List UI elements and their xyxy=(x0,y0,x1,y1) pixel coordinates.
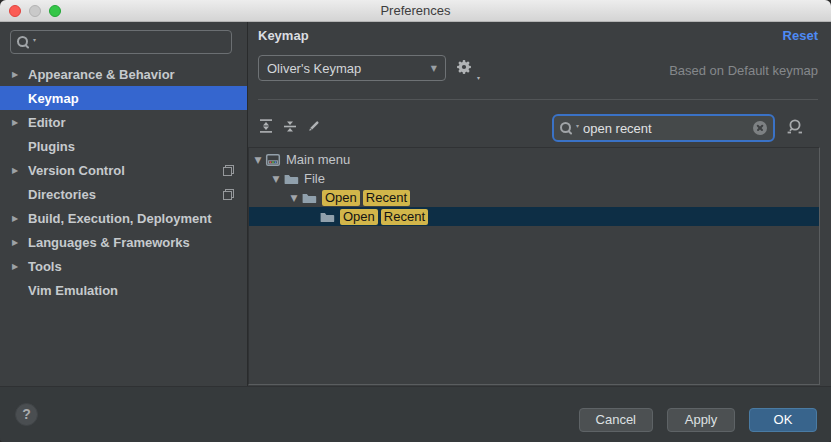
keymap-search-box[interactable]: ▾ xyxy=(552,114,775,142)
keymap-scheme-select[interactable]: Oliver's Keymap ▼ xyxy=(258,55,446,81)
titlebar: Preferences xyxy=(0,0,831,22)
keymap-page: Keymap Reset Oliver's Keymap ▼ xyxy=(248,22,831,386)
search-match-highlight: Open xyxy=(322,190,360,206)
tree-row-open-recent-selected[interactable]: ▼ Open Recent xyxy=(249,207,819,226)
preferences-window: Preferences ▾ ▶ Appearance & Behavior Ke… xyxy=(0,0,831,442)
expand-all-button[interactable] xyxy=(258,118,274,134)
folder-icon xyxy=(301,190,317,206)
find-by-shortcut-button[interactable] xyxy=(785,117,805,137)
sidebar-item-appearance-behavior[interactable]: ▶ Appearance & Behavior xyxy=(0,62,247,86)
search-options-caret-icon: ▾ xyxy=(576,122,579,129)
ok-button[interactable]: OK xyxy=(749,408,817,432)
header-separator xyxy=(258,99,818,100)
chevron-right-icon: ▶ xyxy=(12,214,28,223)
based-on-label: Based on Default keymap xyxy=(669,63,818,78)
main-menu-icon xyxy=(265,152,281,168)
chevron-right-icon: ▶ xyxy=(12,118,28,127)
sidebar-item-plugins[interactable]: Plugins xyxy=(0,134,247,158)
gear-icon xyxy=(455,58,473,76)
sidebar-item-label: Appearance & Behavior xyxy=(28,67,175,82)
settings-search-input[interactable] xyxy=(40,35,225,50)
per-project-settings-icon xyxy=(223,189,234,200)
cancel-button[interactable]: Cancel xyxy=(579,408,653,432)
settings-sidebar: ▾ ▶ Appearance & Behavior Keymap ▶ Edito… xyxy=(0,22,248,386)
edit-shortcut-button[interactable] xyxy=(306,118,322,134)
tree-row-main-menu[interactable]: ▼ Main menu xyxy=(249,150,819,169)
search-options-caret-icon: ▾ xyxy=(33,36,36,43)
apply-button[interactable]: Apply xyxy=(667,408,735,432)
sidebar-item-tools[interactable]: ▶ Tools xyxy=(0,254,247,278)
minimize-window-button[interactable] xyxy=(29,5,41,17)
per-project-settings-icon xyxy=(223,165,234,176)
settings-search-box[interactable]: ▾ xyxy=(10,30,232,54)
sidebar-item-label: Tools xyxy=(28,259,62,274)
sidebar-item-editor[interactable]: ▶ Editor xyxy=(0,110,247,134)
page-title: Keymap xyxy=(258,28,309,43)
close-window-button[interactable] xyxy=(9,5,21,17)
tree-expanded-icon[interactable]: ▼ xyxy=(251,155,265,165)
zoom-window-button[interactable] xyxy=(49,5,61,17)
search-icon xyxy=(17,35,32,49)
tree-node-label: File xyxy=(304,171,325,186)
dialog-content: ▾ ▶ Appearance & Behavior Keymap ▶ Edito… xyxy=(0,22,831,386)
clear-search-icon[interactable] xyxy=(753,121,767,135)
chevron-right-icon: ▶ xyxy=(12,70,28,79)
help-button[interactable]: ? xyxy=(15,403,38,426)
search-match-highlight: Recent xyxy=(381,209,428,225)
chevron-right-icon: ▶ xyxy=(12,238,28,247)
sidebar-item-label: Build, Execution, Deployment xyxy=(28,211,211,226)
folder-icon xyxy=(283,171,299,187)
window-title: Preferences xyxy=(0,0,831,21)
search-icon xyxy=(560,121,575,135)
settings-category-list: ▶ Appearance & Behavior Keymap ▶ Editor … xyxy=(0,62,247,302)
folder-icon xyxy=(319,209,335,225)
sidebar-item-label: Version Control xyxy=(28,163,125,178)
chevron-down-icon: ▼ xyxy=(431,64,437,73)
dialog-buttons: Cancel Apply OK xyxy=(579,408,817,432)
sidebar-item-label: Plugins xyxy=(28,139,75,154)
chevron-right-icon: ▶ xyxy=(12,262,28,271)
tree-row-open-recent-parent[interactable]: ▼ Open Recent xyxy=(249,188,819,207)
sidebar-item-label: Keymap xyxy=(28,91,79,106)
gear-caret-icon: ▾ xyxy=(477,74,480,81)
tree-expanded-icon[interactable]: ▼ xyxy=(269,174,283,184)
keymap-search-input[interactable] xyxy=(583,121,753,136)
sidebar-item-label: Languages & Frameworks xyxy=(28,235,190,250)
dialog-footer: ? Cancel Apply OK xyxy=(0,386,831,442)
chevron-right-icon: ▶ xyxy=(12,166,28,175)
sidebar-item-label: Vim Emulation xyxy=(28,283,118,298)
search-match-highlight: Open xyxy=(340,209,378,225)
reset-link[interactable]: Reset xyxy=(783,28,818,43)
keymap-settings-gear-button[interactable]: ▾ xyxy=(455,58,477,80)
search-match-highlight: Recent xyxy=(363,190,410,206)
sidebar-item-build-execution-deployment[interactable]: ▶ Build, Execution, Deployment xyxy=(0,206,247,230)
collapse-all-button[interactable] xyxy=(282,118,298,134)
tree-node-label: Main menu xyxy=(286,152,350,167)
tree-expanded-icon[interactable]: ▼ xyxy=(287,193,301,203)
tree-row-file[interactable]: ▼ File xyxy=(249,169,819,188)
sidebar-item-label: Directories xyxy=(28,187,96,202)
sidebar-item-directories[interactable]: Directories xyxy=(0,182,247,206)
sidebar-item-keymap[interactable]: Keymap xyxy=(0,86,247,110)
sidebar-item-languages-frameworks[interactable]: ▶ Languages & Frameworks xyxy=(0,230,247,254)
sidebar-item-vim-emulation[interactable]: Vim Emulation xyxy=(0,278,247,302)
keymap-actions-tree: ▼ Main menu ▼ File xyxy=(248,147,820,385)
keymap-scheme-value: Oliver's Keymap xyxy=(267,61,361,76)
sidebar-item-version-control[interactable]: ▶ Version Control xyxy=(0,158,247,182)
sidebar-item-label: Editor xyxy=(28,115,66,130)
